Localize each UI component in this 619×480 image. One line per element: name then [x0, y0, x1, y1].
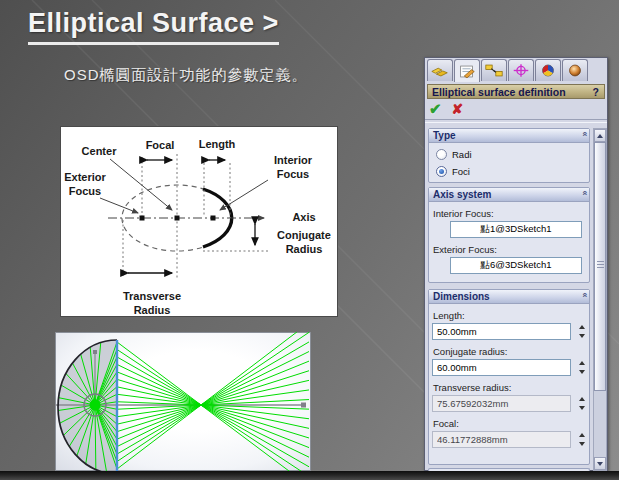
scrollbar-thumb[interactable]: [594, 142, 606, 391]
slide-bottom-band: [0, 471, 619, 480]
source-point: [90, 400, 101, 411]
divider: [425, 119, 607, 123]
spinner-down-icon[interactable]: [579, 370, 585, 374]
label-axis: Axis: [292, 211, 315, 223]
transverse-radius-label: Transverse radius:: [433, 382, 589, 393]
transverse-radius-stepper: [575, 395, 589, 412]
cancel-x-icon[interactable]: ✘: [452, 101, 464, 117]
scroll-down-button[interactable]: [594, 457, 606, 470]
tab-move-target[interactable]: [508, 59, 534, 81]
toolbox-icon: [430, 63, 450, 78]
spinner-down-icon[interactable]: [579, 334, 585, 338]
page-subtitle: OSD橢圓面設計功能的參數定義。: [64, 66, 308, 85]
property-manager-panel: Elliptical surface definition ? ✔ ✘ Type…: [424, 57, 608, 471]
label-length: Length: [199, 138, 236, 150]
move-target-icon: [511, 63, 531, 78]
focal-stepper: [575, 431, 589, 448]
panel-header: Elliptical surface definition ?: [427, 84, 605, 99]
section-type-header[interactable]: Type «: [429, 129, 589, 143]
spinner-up-icon: [579, 397, 585, 401]
focal-row: [432, 431, 589, 448]
transverse-radius-row: [432, 395, 589, 412]
conjugate-radius-field[interactable]: [432, 359, 571, 376]
ellipse-parameter-diagram: Center Focal Length Interior Focus Exter…: [60, 126, 338, 317]
scrollbar-grip-icon: [597, 261, 604, 270]
scroll-up-icon: [597, 134, 603, 138]
label-interior-focus: Interior: [274, 154, 313, 166]
tab-toolbox[interactable]: [427, 59, 453, 81]
spinner-down-icon: [579, 442, 585, 446]
exterior-focus-field[interactable]: [450, 257, 582, 274]
label-transverse-radius: Transverse: [123, 290, 181, 302]
scroll-up-button[interactable]: [594, 129, 606, 142]
property-manager-tabs: [427, 59, 588, 82]
presentation-slide: Elliptical Surface > OSD橢圓面設計功能的參數定義。: [0, 0, 619, 480]
spinner-up-icon: [579, 433, 585, 437]
svg-text:Focus: Focus: [69, 185, 101, 197]
section-type: Type « Radi Foci: [428, 128, 590, 183]
ray-trace-image: [55, 332, 311, 471]
tab-render-colors[interactable]: [535, 59, 561, 81]
length-field[interactable]: [432, 323, 571, 340]
interior-focus-label: Interior Focus:: [433, 208, 589, 219]
section-axis-system: Axis system « Interior Focus: Exterior F…: [428, 187, 590, 283]
spinner-down-icon: [579, 406, 585, 410]
focal-label: Focal:: [433, 418, 589, 429]
length-label: Length:: [433, 310, 589, 321]
surface-form-icon: [457, 64, 477, 79]
svg-text:Radius: Radius: [286, 243, 323, 255]
panel-title: Elliptical surface definition: [428, 86, 593, 98]
radio-option-radii[interactable]: Radi: [436, 149, 589, 160]
ok-check-icon[interactable]: ✔: [429, 100, 442, 118]
leader-arrows: [100, 159, 268, 213]
svg-text:Radius: Radius: [134, 304, 171, 316]
length-stepper[interactable]: [575, 323, 589, 340]
spinner-up-icon[interactable]: [579, 361, 585, 365]
scroll-down-icon: [597, 462, 603, 466]
section-dimensions: Dimensions « Length: Conjugate radius: T…: [428, 289, 590, 465]
collapse-chevron-icon[interactable]: «: [580, 292, 588, 301]
spinner-up-icon[interactable]: [579, 325, 585, 329]
focal-field: [432, 431, 571, 448]
conjugate-radius-row: [432, 359, 589, 376]
construction-lines: [123, 154, 268, 278]
dimension-arrows: [128, 160, 255, 273]
exterior-focus-label: Exterior Focus:: [433, 244, 589, 255]
conjugate-radius-label: Conjugate radius:: [433, 346, 589, 357]
tab-derive[interactable]: [481, 59, 507, 81]
label-exterior-focus: Exterior: [64, 171, 106, 183]
tab-appearance[interactable]: [562, 59, 588, 81]
collapse-chevron-icon[interactable]: «: [580, 190, 588, 199]
radio-option-foci[interactable]: Foci: [436, 166, 589, 177]
label-focal: Focal: [146, 139, 175, 151]
axis-endpoint: [301, 403, 306, 408]
page-title: Elliptical Surface >: [28, 8, 279, 45]
derive-structure-icon: [484, 63, 504, 78]
radio-icon[interactable]: [436, 166, 447, 177]
radio-icon[interactable]: [436, 149, 447, 160]
panel-scrollbar[interactable]: [593, 128, 607, 471]
svg-text:Focus: Focus: [277, 168, 309, 180]
tab-surface-definition[interactable]: [454, 59, 480, 82]
label-conjugate-radius: Conjugate: [277, 229, 331, 241]
appearance-sphere-icon: [565, 63, 585, 78]
panel-actions: ✔ ✘: [429, 100, 463, 118]
render-sphere-icon: [538, 63, 558, 78]
transverse-radius-field: [432, 395, 571, 412]
label-center: Center: [82, 145, 118, 157]
section-dimensions-header[interactable]: Dimensions «: [429, 290, 589, 304]
section-axis-header[interactable]: Axis system «: [429, 188, 589, 202]
collapse-chevron-icon[interactable]: «: [580, 131, 588, 140]
conjugate-radius-stepper[interactable]: [575, 359, 589, 376]
interior-focus-field[interactable]: [450, 221, 582, 238]
length-row: [432, 323, 589, 340]
help-button[interactable]: ?: [593, 86, 604, 98]
